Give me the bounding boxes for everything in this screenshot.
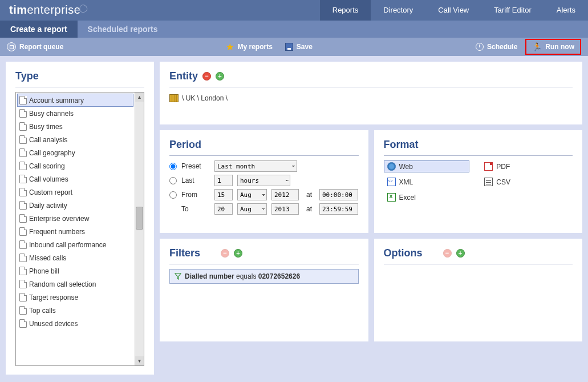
period-last-radio[interactable] [169, 177, 177, 184]
type-item-enterprise-overview[interactable]: Enterprise overview [17, 212, 133, 225]
to-month-select[interactable]: Aug [237, 203, 267, 215]
to-day-input[interactable] [214, 203, 233, 215]
entity-path[interactable]: \ UK \ London \ [169, 92, 573, 104]
save-button[interactable]: Save [285, 43, 313, 51]
format-label: PDF [496, 163, 510, 171]
topnav-directory[interactable]: Directory [371, 0, 425, 21]
entity-remove-button[interactable]: − [202, 72, 211, 81]
funnel-icon [175, 273, 181, 280]
from-time-input[interactable] [319, 189, 358, 200]
from-year-input[interactable] [271, 189, 299, 200]
schedule-button[interactable]: Schedule [476, 43, 517, 51]
format-title: Format [384, 139, 573, 151]
format-csv[interactable]: CSV [481, 176, 573, 188]
options-panel: Options − + [374, 239, 583, 341]
type-item-custom-report[interactable]: Custom report [17, 186, 133, 199]
type-item-call-scoring[interactable]: Call scoring [17, 159, 133, 172]
page-icon [19, 227, 27, 236]
last-unit-select[interactable]: hours [237, 175, 290, 186]
type-item-label: Random call selection [29, 280, 96, 288]
format-grid: WebPDFXMLCSVExcel [384, 160, 573, 203]
format-label: XML [399, 178, 413, 186]
from-day-input[interactable] [214, 189, 233, 200]
type-title: Type [15, 70, 144, 82]
page-icon [19, 148, 27, 157]
type-item-label: Enterprise overview [29, 215, 89, 223]
format-pdf[interactable]: PDF [481, 160, 573, 172]
at-label-2: at [303, 205, 315, 213]
preset-select[interactable]: Last month [214, 160, 297, 172]
type-list[interactable]: Account summaryBusy channelsBusy timesCa… [15, 92, 144, 366]
type-item-label: Custom report [29, 188, 72, 196]
filter-add-button[interactable]: + [234, 249, 242, 258]
page-icon [19, 214, 27, 223]
page-icon [19, 201, 27, 210]
type-panel: Type Account summaryBusy channelsBusy ti… [6, 62, 154, 375]
type-item-label: Call scoring [29, 162, 65, 170]
run-now-button[interactable]: 🏃 Run now [525, 39, 581, 55]
type-item-inbound-call-performance[interactable]: Inbound call performance [17, 238, 133, 251]
topnav-alerts[interactable]: Alerts [544, 0, 588, 21]
page-icon [19, 319, 27, 328]
type-item-phone-bill[interactable]: Phone bill [17, 264, 133, 278]
type-item-call-geography[interactable]: Call geography [17, 146, 133, 159]
report-queue-button[interactable]: Report queue [7, 42, 63, 51]
filter-row[interactable]: Dialled number equals 02072652626 [169, 269, 359, 284]
option-add-button[interactable]: + [456, 249, 465, 258]
top-bar: timenterprise ReportsDirectoryCall ViewT… [0, 0, 588, 21]
page-icon [19, 267, 27, 275]
topnav-tariff-editor[interactable]: Tariff Editor [481, 0, 544, 21]
type-item-busy-channels[interactable]: Busy channels [17, 107, 133, 120]
entity-add-button[interactable]: + [216, 72, 224, 81]
top-nav: ReportsDirectoryCall ViewTariff EditorAl… [320, 0, 588, 21]
scroll-up-icon[interactable]: ▴ [135, 93, 144, 102]
type-item-label: Busy times [29, 123, 63, 131]
type-item-label: Phone bill [29, 267, 59, 275]
at-label: at [303, 191, 315, 199]
filter-remove-button[interactable]: − [221, 249, 229, 258]
period-from-radio[interactable] [169, 191, 177, 199]
type-item-call-analysis[interactable]: Call analysis [17, 133, 133, 146]
to-year-input[interactable] [271, 203, 299, 215]
to-time-input[interactable] [319, 203, 358, 215]
subtab-create-a-report[interactable]: Create a report [0, 21, 78, 38]
type-item-label: Missed calls [29, 254, 66, 262]
page-icon [19, 188, 27, 196]
type-item-call-volumes[interactable]: Call volumes [17, 172, 133, 186]
type-item-label: Unused devices [29, 320, 78, 328]
scroll-thumb[interactable] [136, 207, 143, 230]
excel-icon [387, 193, 396, 202]
option-remove-button[interactable]: − [443, 249, 452, 258]
type-item-label: Daily activity [29, 202, 67, 210]
content-area: Type Account summaryBusy channelsBusy ti… [0, 56, 588, 380]
period-preset-radio[interactable] [169, 163, 177, 170]
type-item-unused-devices[interactable]: Unused devices [17, 317, 133, 330]
format-excel[interactable]: Excel [384, 191, 476, 203]
run-icon: 🏃 [532, 42, 542, 51]
format-xml[interactable]: XML [384, 176, 476, 188]
sub-tab-bar: Create a reportScheduled reports [0, 21, 588, 38]
last-n-input[interactable] [214, 175, 233, 186]
type-item-frequent-numbers[interactable]: Frequent numbers [17, 225, 133, 238]
subtab-scheduled-reports[interactable]: Scheduled reports [78, 21, 168, 38]
topnav-call-view[interactable]: Call View [425, 0, 481, 21]
my-reports-button[interactable]: ★ My reports [226, 42, 272, 51]
type-item-account-summary[interactable]: Account summary [17, 94, 133, 107]
type-item-busy-times[interactable]: Busy times [17, 120, 133, 133]
period-panel: Period Preset Last month Last hours [160, 130, 368, 233]
filter-text: Dialled number equals 02072652626 [185, 272, 300, 280]
type-item-missed-calls[interactable]: Missed calls [17, 251, 133, 264]
to-label: To [181, 205, 210, 213]
scroll-down-icon[interactable]: ▾ [135, 356, 144, 365]
from-month-select[interactable]: Aug [237, 189, 267, 200]
topnav-reports[interactable]: Reports [320, 0, 371, 21]
type-item-random-call-selection[interactable]: Random call selection [17, 278, 133, 291]
type-item-daily-activity[interactable]: Daily activity [17, 199, 133, 212]
format-web[interactable]: Web [384, 160, 469, 172]
last-label: Last [181, 176, 210, 184]
pdf-icon [484, 162, 493, 171]
type-item-target-response[interactable]: Target response [17, 291, 133, 304]
type-item-top-calls[interactable]: Top calls [17, 304, 133, 317]
scrollbar[interactable]: ▴ ▾ [135, 93, 144, 365]
page-icon [19, 280, 27, 288]
